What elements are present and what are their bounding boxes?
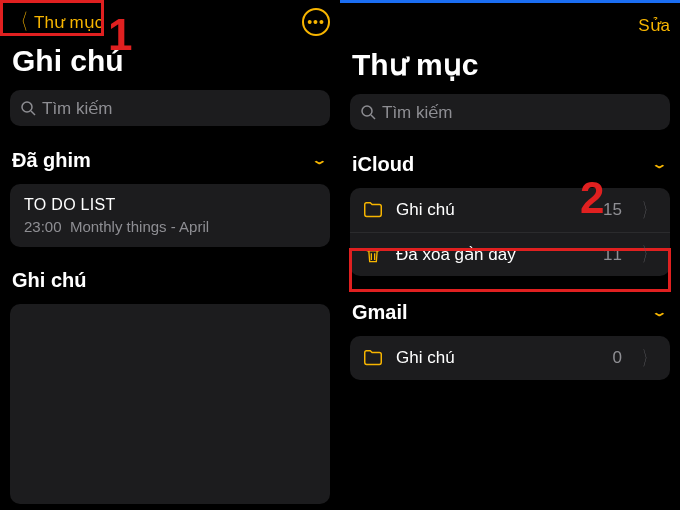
search-field[interactable]: Tìm kiếm xyxy=(350,94,670,130)
page-title: Thư mục xyxy=(352,47,670,82)
top-nav: Sửa xyxy=(350,3,670,43)
folder-icon xyxy=(362,199,384,221)
svg-line-3 xyxy=(371,115,375,119)
folder-count: 15 xyxy=(603,200,622,220)
svg-point-2 xyxy=(362,106,372,116)
folder-label: Ghi chú xyxy=(396,200,591,220)
account-section-gmail[interactable]: Gmail ⌄ xyxy=(350,296,670,336)
svg-line-1 xyxy=(31,111,35,115)
folder-row-notes[interactable]: Ghi chú 15 〉 xyxy=(350,188,670,232)
account-name: iCloud xyxy=(352,153,414,176)
chevron-left-icon: 〈 xyxy=(13,11,28,33)
folder-icon xyxy=(362,347,384,369)
folder-row-notes[interactable]: Ghi chú 0 〉 xyxy=(350,336,670,380)
note-row[interactable]: TO DO LIST 23:00 Monthly things - April xyxy=(10,184,330,247)
edit-button[interactable]: Sửa xyxy=(638,15,670,36)
chevron-right-icon: 〉 xyxy=(642,241,654,268)
more-options-button[interactable]: ••• xyxy=(302,8,330,36)
ellipsis-icon: ••• xyxy=(307,14,325,30)
search-field[interactable]: Tìm kiếm xyxy=(10,90,330,126)
notes-list-empty xyxy=(10,304,330,504)
search-placeholder: Tìm kiếm xyxy=(42,98,112,119)
page-title: Ghi chú xyxy=(12,44,330,78)
folder-count: 0 xyxy=(613,348,622,368)
search-placeholder: Tìm kiếm xyxy=(382,102,452,123)
pinned-section-header[interactable]: Đã ghim ⌄ xyxy=(10,144,330,184)
folder-label: Đã xoá gần đây xyxy=(396,244,591,265)
chevron-down-icon: ⌄ xyxy=(651,157,668,171)
account-section-icloud[interactable]: iCloud ⌄ xyxy=(350,148,670,188)
notes-section-header: Ghi chú xyxy=(12,269,328,292)
note-time: 23:00 xyxy=(24,218,62,235)
back-button[interactable]: 〈 Thư mục xyxy=(10,11,103,33)
folder-group-icloud: Ghi chú 15 〉 Đã xoá gần đây 11 〉 xyxy=(350,188,670,276)
chevron-down-icon: ⌄ xyxy=(651,305,668,319)
account-name: Gmail xyxy=(352,301,408,324)
folder-group-gmail: Ghi chú 0 〉 xyxy=(350,336,670,380)
folder-label: Ghi chú xyxy=(396,348,601,368)
section-title: Đã ghim xyxy=(12,149,91,172)
chevron-right-icon: 〉 xyxy=(642,197,654,224)
search-icon xyxy=(360,104,376,120)
chevron-right-icon: 〉 xyxy=(642,345,654,372)
chevron-down-icon: ⌄ xyxy=(311,153,328,167)
search-icon xyxy=(20,100,36,116)
trash-icon xyxy=(362,244,384,266)
top-nav: 〈 Thư mục ••• xyxy=(10,0,330,40)
folder-count: 11 xyxy=(603,245,622,265)
note-meta: 23:00 Monthly things - April xyxy=(24,218,316,235)
folder-row-recently-deleted[interactable]: Đã xoá gần đây 11 〉 xyxy=(350,232,670,276)
folders-screen: 2 Sửa Thư mục Tìm kiếm iCloud ⌄ Ghi chú … xyxy=(340,0,680,510)
svg-point-0 xyxy=(22,102,32,112)
note-title: TO DO LIST xyxy=(24,196,316,214)
back-label: Thư mục xyxy=(34,12,103,33)
notes-list-screen: 1 〈 Thư mục ••• Ghi chú Tìm kiếm Đã ghim… xyxy=(0,0,340,510)
note-preview: Monthly things - April xyxy=(70,218,209,235)
